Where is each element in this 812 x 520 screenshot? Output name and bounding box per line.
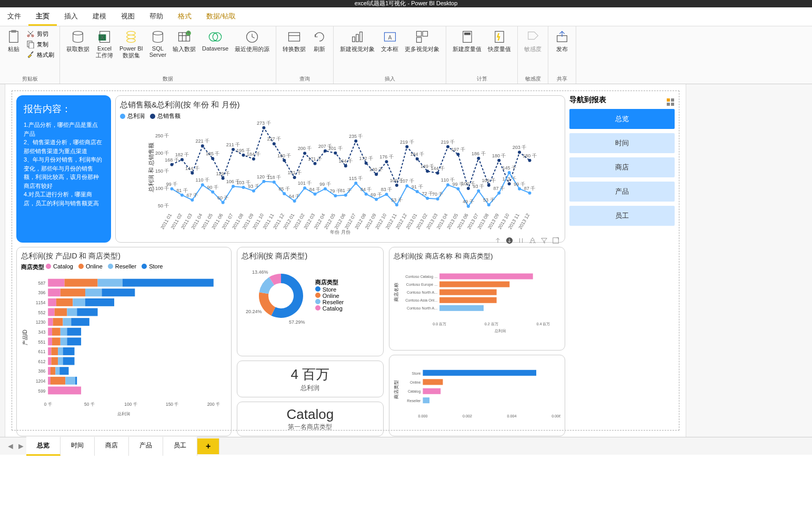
cut-label: 剪切 [37, 30, 48, 38]
drill-up-icon[interactable] [494, 237, 502, 244]
calculator-icon [460, 29, 475, 44]
bar-chart-visual[interactable]: 总利润(按 产品ID 和 商店类型) 商店类型 CatalogOnlineRes… [16, 247, 232, 436]
svg-point-133 [283, 192, 286, 195]
svg-rect-232 [85, 288, 102, 296]
svg-text:396: 396 [38, 291, 46, 296]
svg-point-161 [426, 197, 429, 200]
new-visual-button[interactable]: 新建视觉对象 [337, 28, 378, 54]
sensitivity-button[interactable]: 敏感度 [521, 28, 545, 54]
kpi-top-store-label: 第一名商店类型 [242, 423, 379, 432]
donut-chart-visual[interactable]: 总利润(按 商店类型) 13.46%20.24%57.29% 商店类型 Stor… [237, 247, 384, 356]
menu-tab-5[interactable]: 帮助 [142, 7, 171, 26]
svg-rect-1 [11, 30, 16, 33]
right-panes-collapsed[interactable] [686, 84, 812, 437]
nav-button-0[interactable]: 总览 [569, 109, 675, 129]
page-tab-2[interactable]: 商店 [95, 437, 129, 456]
svg-text:总利润: 总利润 [494, 329, 506, 333]
nav-button-2[interactable]: 商店 [569, 157, 675, 177]
svg-text:84 千: 84 千 [309, 187, 321, 192]
svg-rect-276 [51, 377, 65, 385]
info-card[interactable]: 报告内容： 1.产品分析，哪些产品是重点产品 2、销售渠道分析，哪些商店在那些销… [16, 95, 111, 243]
page-tab-0[interactable]: 总览 [26, 437, 61, 456]
svg-text:81 千: 81 千 [340, 188, 352, 193]
svg-point-117 [201, 183, 204, 186]
menu-tab-6[interactable]: 格式 [171, 7, 199, 26]
ribbon-group-share: 发布 共享 [548, 26, 576, 84]
sql-server-label: SQL Server [149, 45, 166, 58]
kpi-profit[interactable]: 4 百万 总利润 [237, 361, 384, 397]
menu-tab-7[interactable]: 数据/钻取 [199, 7, 243, 26]
menu-tab-0[interactable]: 文件 [0, 7, 28, 26]
drill-down-icon[interactable] [506, 237, 513, 244]
page-prev-button[interactable]: ◄ [5, 442, 16, 451]
dataverse-button[interactable]: Dataverse [199, 28, 232, 53]
nav-button-3[interactable]: 产品 [569, 182, 675, 202]
publish-button[interactable]: 发布 [552, 28, 573, 54]
table-plus-icon: + [177, 29, 192, 44]
store-name-bar-svg: Contoso Catalog ...Contoso Europe ...Con… [394, 263, 560, 342]
focus-icon[interactable] [552, 237, 559, 244]
svg-rect-21 [353, 37, 355, 42]
transform-data-button[interactable]: 转换数据 [279, 28, 309, 54]
svg-point-179 [518, 187, 521, 191]
new-measure-button[interactable]: 新建度量值 [449, 28, 485, 54]
report-canvas[interactable]: 报告内容： 1.产品分析，哪些产品是重点产品 2、销售渠道分析，哪些商店在那些销… [5, 84, 686, 437]
store-name-bar-visual[interactable]: 总利润(按 商店名称 和 商店类型) Contoso Catalog ...Co… [389, 247, 565, 351]
svg-text:商店名称: 商店名称 [394, 283, 399, 302]
expand-icon[interactable] [517, 237, 525, 244]
get-data-button[interactable]: 获取数据 [63, 28, 93, 54]
menu-tab-2[interactable]: 插入 [57, 7, 85, 26]
svg-point-85 [405, 145, 408, 148]
store-type-bar-visual[interactable]: StoreOnlineCatalogReseller商店类型0.0000.002… [389, 355, 565, 436]
copy-icon [26, 40, 35, 48]
enter-data-button[interactable]: +输入数据 [169, 28, 199, 54]
more-visuals-label: 更多视觉对象 [405, 45, 439, 53]
refresh-label: 刷新 [314, 45, 325, 53]
page-tab-3[interactable]: 产品 [129, 437, 163, 456]
cut-button[interactable]: 剪切 [24, 28, 56, 39]
quick-measure-button[interactable]: 快度量值 [485, 28, 514, 54]
textbox-button[interactable]: A文本框 [378, 28, 402, 54]
menu-tab-3[interactable]: 建模 [85, 7, 114, 26]
page-next-button[interactable]: ► [16, 442, 26, 451]
textbox-label: 文本框 [381, 45, 398, 53]
svg-rect-263 [63, 347, 74, 355]
svg-rect-22 [356, 34, 359, 42]
powerbi-dataset-button[interactable]: Power BI 数据集 [116, 28, 146, 61]
more-visuals-button[interactable]: 更多视觉对象 [402, 28, 443, 54]
format-painter-button[interactable]: 格式刷 [24, 49, 56, 60]
new-measure-label: 新建度量值 [453, 45, 482, 53]
refresh-button[interactable]: 刷新 [309, 28, 330, 54]
sql-server-button[interactable]: SQL Server [146, 28, 169, 59]
copy-button[interactable]: 复制 [24, 39, 56, 49]
svg-text:168 千: 168 千 [165, 157, 179, 163]
hierarchy-icon[interactable] [529, 237, 536, 244]
new-visual-label: 新建视觉对象 [340, 45, 375, 53]
svg-point-61 [283, 159, 286, 162]
svg-text:200 千: 200 千 [207, 402, 220, 407]
nav-button-1[interactable]: 时间 [569, 133, 675, 153]
svg-point-137 [303, 186, 306, 189]
svg-point-105 [508, 182, 511, 185]
recent-sources-label: 最近使用的源 [235, 45, 269, 53]
page-tab-4[interactable]: 员工 [163, 437, 197, 456]
line-chart-visual[interactable]: 总销售额&总利润(按 年份 和 月份) 总利润总销售额 50 千100 千150… [115, 95, 565, 243]
get-data-label: 获取数据 [66, 45, 89, 53]
calc-group-label: 计算 [449, 75, 514, 83]
store-type-bar-svg: StoreOnlineCatalogReseller商店类型0.0000.002… [394, 359, 560, 428]
add-page-button[interactable]: + [197, 438, 219, 454]
svg-point-129 [262, 180, 265, 183]
menu-tab-4[interactable]: 视图 [114, 7, 142, 26]
excel-button[interactable]: XExcel 工作簿 [93, 28, 116, 61]
recent-sources-button[interactable]: 最近使用的源 [232, 28, 273, 54]
filter-icon[interactable] [540, 237, 548, 244]
left-rail[interactable] [0, 84, 5, 437]
kpi-top-store[interactable]: Catalog 第一名商店类型 [237, 402, 384, 436]
svg-point-87 [416, 157, 419, 161]
paste-button[interactable]: 粘贴 [3, 28, 24, 54]
excel-label: Excel 工作簿 [96, 45, 113, 59]
page-tab-1[interactable]: 时间 [61, 437, 95, 456]
nav-button-4[interactable]: 员工 [569, 206, 675, 226]
menu-tab-1[interactable]: 主页 [28, 7, 57, 26]
svg-rect-226 [65, 279, 98, 287]
